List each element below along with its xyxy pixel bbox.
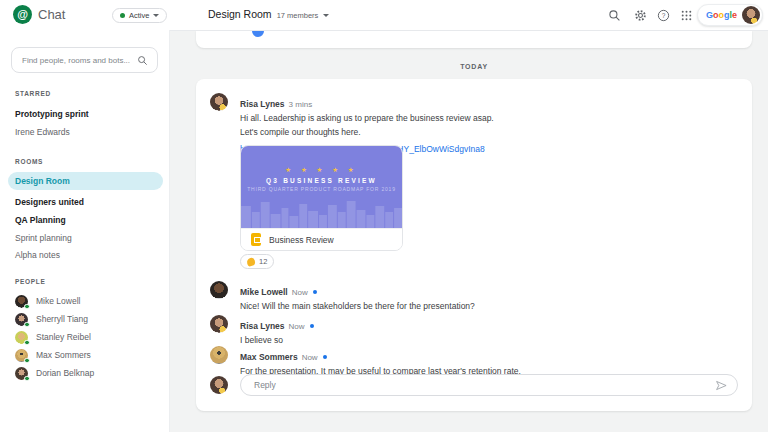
sidebar-item-designers-united[interactable]: Designers united [0, 195, 170, 209]
date-divider: TODAY [196, 63, 752, 70]
apps-grid-icon[interactable] [680, 9, 693, 22]
message-text: I believe so [240, 334, 738, 347]
presence-dot-icon [24, 304, 30, 310]
message-text: Hi all. Leadership is asking us to prepa… [240, 112, 738, 125]
unread-dot-icon [313, 290, 317, 294]
section-label-rooms: ROOMS [15, 158, 43, 165]
previous-messages-card [196, 31, 752, 48]
sidebar-item-max-sommers[interactable]: Max Sommers [15, 348, 91, 362]
settings-gear-icon[interactable] [634, 9, 647, 22]
account-pill[interactable]: Google [697, 4, 763, 26]
partial-avatar [252, 31, 264, 37]
help-icon[interactable]: ? [657, 9, 670, 22]
message-risa-2: Risa LynesNow I believe so [210, 315, 738, 347]
sidebar-item-sherryll-tiang[interactable]: Sherryll Tiang [15, 312, 88, 326]
sidebar-item-qa-planning[interactable]: QA Planning [0, 213, 170, 227]
presence-dot-icon [24, 358, 30, 364]
avatar [15, 313, 28, 326]
app-title: Chat [38, 7, 65, 22]
status-label: Active [129, 11, 149, 20]
reply-input[interactable] [241, 380, 715, 390]
presence-dot-icon [24, 322, 30, 328]
room-header-dropdown[interactable]: Design Room 17 members [208, 8, 329, 20]
stars-decoration: ★ ★ ★ ★ ★ [241, 146, 402, 174]
google-chat-app: @ Chat Active Design Room 17 members ? [0, 0, 768, 432]
message-text: Let's compile our thoughts here. [240, 126, 738, 139]
message-text: Nice! Will the main stakeholders be ther… [240, 300, 738, 313]
search-icon [137, 55, 148, 66]
section-label-starred: STARRED [15, 90, 51, 97]
reply-bar [210, 374, 738, 398]
chat-main-area: TODAY Risa Lynes3 mins Hi all. Leadershi… [170, 30, 768, 432]
sidebar-item-alpha-notes[interactable]: Alpha notes [0, 248, 170, 262]
chat-logo-icon: @ [13, 5, 32, 24]
avatar [210, 93, 228, 111]
sidebar: STARRED Prototyping sprint Irene Edwards… [0, 30, 170, 432]
file-attachment-row[interactable]: Business Review [241, 228, 402, 250]
unread-dot-icon [323, 355, 327, 359]
avatar [15, 367, 28, 380]
message-header: Mike LowellNow [240, 281, 738, 299]
message-header: Risa LynesNow [240, 315, 738, 333]
clap-emoji-icon [246, 257, 256, 267]
reaction-count: 12 [259, 257, 267, 266]
chevron-down-icon [153, 14, 159, 17]
presence-dot-icon [120, 13, 125, 18]
avatar [15, 295, 28, 308]
search-icon[interactable] [608, 9, 621, 22]
google-logo: Google [706, 10, 737, 20]
slide-subtitle: third quarter product roadmap for 2019 [241, 186, 402, 192]
status-dropdown[interactable]: Active [112, 8, 167, 23]
sidebar-item-design-room[interactable]: Design Room [8, 172, 163, 190]
search-input[interactable] [12, 56, 137, 65]
slide-thumbnail: ★ ★ ★ ★ ★ Q3 BUSINESS REVIEW third quart… [241, 146, 402, 228]
slide-preview-card[interactable]: ★ ★ ★ ★ ★ Q3 BUSINESS REVIEW third quart… [240, 145, 403, 251]
room-title: Design Room [208, 8, 272, 20]
section-label-people: PEOPLE [15, 278, 46, 285]
presence-dot-icon [24, 376, 30, 382]
svg-text:?: ? [662, 12, 666, 19]
sidebar-item-sprint-planning[interactable]: Sprint planning [0, 231, 170, 245]
file-label: Business Review [269, 235, 334, 245]
room-member-count: 17 members [277, 11, 319, 20]
avatar [210, 315, 228, 333]
message-max: Max SommersNow For the presentation, It … [210, 346, 738, 378]
skyline-decoration [241, 196, 402, 228]
avatar [15, 349, 28, 362]
avatar [210, 281, 228, 299]
avatar [210, 346, 228, 364]
reply-input-pill[interactable] [240, 374, 738, 396]
user-avatar[interactable] [742, 6, 760, 24]
sidebar-item-irene-edwards[interactable]: Irene Edwards [0, 125, 170, 139]
sidebar-item-mike-lowell[interactable]: Mike Lowell [15, 294, 80, 308]
top-bar: @ Chat Active Design Room 17 members ? [0, 0, 768, 30]
presence-dot-icon [24, 340, 30, 346]
google-slides-icon [251, 233, 261, 246]
message-header: Max SommersNow [240, 346, 738, 364]
reaction-chip[interactable]: 12 [240, 254, 274, 269]
message-card: Risa Lynes3 mins Hi all. Leadership is a… [196, 79, 752, 411]
chevron-down-icon [323, 14, 329, 17]
slide-title: Q3 BUSINESS REVIEW [241, 177, 402, 184]
sidebar-item-dorian-belknap[interactable]: Dorian Belknap [15, 366, 94, 380]
send-button[interactable] [715, 379, 728, 392]
message-mike: Mike LowellNow Nice! Will the main stake… [210, 281, 738, 313]
avatar [15, 331, 28, 344]
sidebar-item-stanley-reibel[interactable]: Stanley Reibel [15, 330, 91, 344]
sidebar-item-prototyping-sprint[interactable]: Prototyping sprint [0, 107, 170, 121]
unread-dot-icon [310, 324, 314, 328]
sidebar-search[interactable] [11, 47, 158, 73]
user-avatar [210, 376, 228, 394]
message-header: Risa Lynes3 mins [240, 93, 738, 111]
